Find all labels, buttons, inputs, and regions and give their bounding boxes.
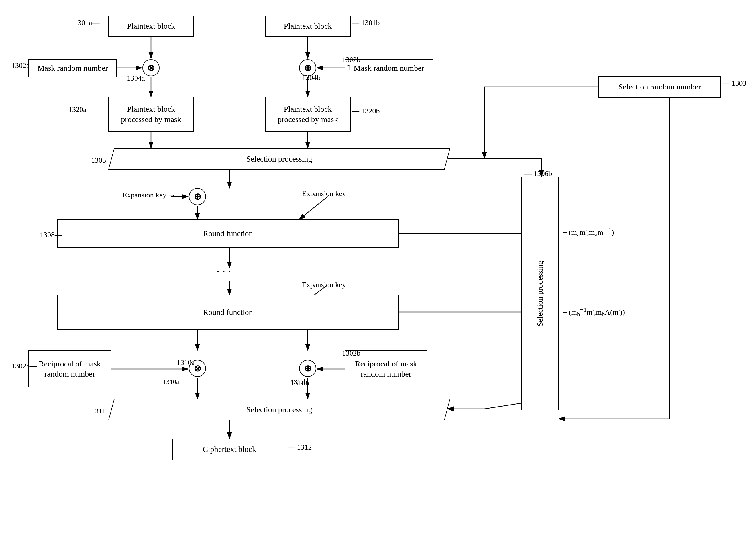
masked-a: Plaintext blockprocessed by mask [108, 97, 194, 132]
ref-1310b-label: 1310b [291, 378, 307, 386]
ref-1310a-label: 1310a [163, 378, 179, 386]
diagram: Plaintext block 1301a— Plaintext block —… [0, 0, 756, 543]
selection-vert-label: Selection processing [535, 261, 545, 326]
round-fn-1: Round function [57, 219, 399, 248]
ref-1311: 1311 [91, 407, 106, 415]
ref-1320b: — 1320b [352, 107, 380, 115]
expansion-key-3-label: Expansion key [302, 281, 346, 289]
ref-1301b: — 1301b [352, 19, 380, 27]
selection-proc-top: Selection processing [111, 148, 447, 170]
op-plus-exp: ⊕ [189, 188, 206, 205]
ref-1303: — 1303 [722, 79, 747, 88]
plaintext-block-a: Plaintext block [108, 16, 194, 37]
ref-1312: — 1312 [288, 443, 312, 452]
expansion-key-1-label: Expansion key → [123, 191, 176, 199]
ref-1306b: — 1306b [524, 170, 552, 178]
ref-1302b-slash: ╮ [348, 61, 352, 70]
op-plus-d: ⊕ [299, 360, 316, 377]
ref-1304a: 1304a [127, 74, 145, 83]
ref-1302b-bot: 1302b [342, 349, 360, 358]
expansion-key-2-label: Expansion key [302, 189, 346, 198]
selection-proc-bot: Selection processing [111, 399, 447, 420]
ref-1308: 1308— [40, 231, 62, 239]
label-mb: ←(mb−1m′,mbA(m′)) [561, 306, 625, 318]
dots: · · · [217, 265, 231, 278]
ref-1302a: 1302a— [11, 61, 37, 70]
ref-1305: 1305 [91, 156, 106, 165]
ref-1310a: 1310a [177, 358, 195, 367]
selection-vert-box: Selection processing [521, 177, 559, 410]
ref-1304b: 1304b [302, 74, 321, 82]
svg-line-14 [299, 197, 328, 219]
ciphertext-block: Ciphertext block [172, 439, 286, 460]
plaintext-block-b: Plaintext block [265, 16, 351, 37]
masked-b: Plaintext blockprocessed by mask [265, 97, 351, 132]
ref-1302c: 1302c— [11, 362, 37, 370]
mask-rn-a: Mask random number [28, 59, 117, 77]
ref-1320a: 1320a [68, 105, 87, 114]
recip-mask-c: Reciprocal of maskrandom number [28, 350, 111, 387]
round-fn-2: Round function [57, 295, 399, 330]
ref-1301a: 1301a— [74, 19, 100, 27]
selection-rn: Selection random number [598, 76, 721, 98]
label-ma: ←(mam′,mam′−1) [561, 226, 614, 238]
op-times-a: ⊗ [142, 59, 160, 76]
